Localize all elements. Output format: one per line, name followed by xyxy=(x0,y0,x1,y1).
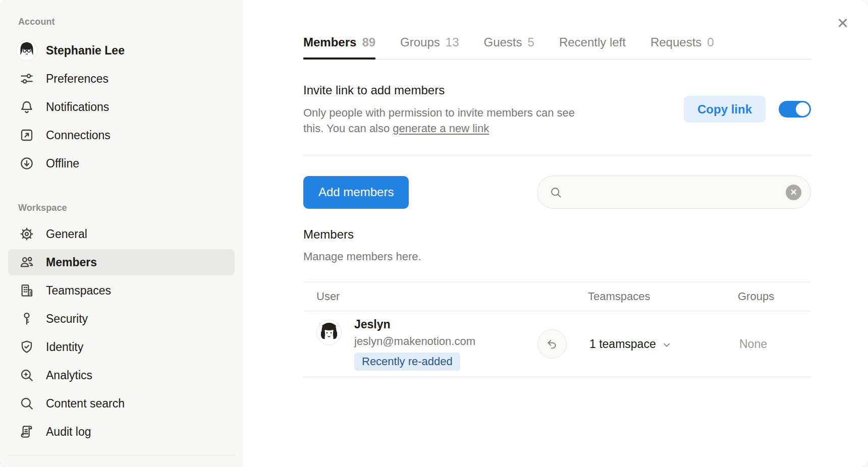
sidebar-item-label: Security xyxy=(46,312,88,326)
sidebar-item-account-user[interactable]: Stephanie Lee xyxy=(8,37,235,64)
tab-label: Groups xyxy=(400,35,440,49)
sidebar-item-teamspaces[interactable]: Teamspaces xyxy=(8,277,235,304)
sidebar-item-members[interactable]: Members xyxy=(8,249,235,275)
recently-readded-badge: Recently re-added xyxy=(354,353,460,371)
people-icon xyxy=(18,254,35,271)
add-members-button[interactable]: Add members xyxy=(303,176,409,209)
tab-requests[interactable]: Requests 0 xyxy=(650,35,714,59)
toggle-knob xyxy=(796,102,809,116)
members-table: User Teamspaces Groups xyxy=(303,282,811,377)
sidebar-item-analytics[interactable]: Analytics xyxy=(8,362,235,388)
user-cell: Jeslyn jeslyn@makenotion.com Recently re… xyxy=(303,318,537,371)
sidebar-item-label: Identity xyxy=(46,340,83,354)
arrow-down-circle-icon xyxy=(18,155,35,172)
tab-count: 13 xyxy=(446,35,459,49)
generate-new-link[interactable]: generate a new link xyxy=(393,122,489,135)
scroll-icon xyxy=(18,423,35,440)
tab-count: 0 xyxy=(707,35,714,49)
sidebar-item-content-search[interactable]: Content search xyxy=(8,390,235,417)
sidebar-item-label: Offline xyxy=(46,157,79,170)
table-header-row: User Teamspaces Groups xyxy=(303,282,811,311)
sidebar-item-label: Analytics xyxy=(46,369,92,382)
member-tabs: Members 89 Groups 13 Guests 5 Recently l… xyxy=(303,35,811,60)
gear-icon xyxy=(18,225,35,243)
settings-dialog: Account Stephanie Lee Preferences xyxy=(0,0,868,467)
table-row: Jeslyn jeslyn@makenotion.com Recently re… xyxy=(303,311,811,377)
tab-recently-left[interactable]: Recently left xyxy=(559,35,626,59)
arrow-up-right-square-icon xyxy=(18,127,35,144)
invite-link-description: Only people with permission to invite me… xyxy=(303,105,578,136)
tab-groups[interactable]: Groups 13 xyxy=(400,35,459,59)
tab-label: Requests xyxy=(650,35,701,49)
sidebar-item-general[interactable]: General xyxy=(8,221,235,247)
jeslyn-avatar xyxy=(316,320,342,345)
tab-guests[interactable]: Guests 5 xyxy=(483,35,534,59)
tab-label: Guests xyxy=(483,35,522,49)
sidebar-item-label: Members xyxy=(46,256,97,269)
stephanie-avatar xyxy=(16,40,37,61)
invite-link-toggle[interactable] xyxy=(779,101,811,118)
workspace-section-label: Workspace xyxy=(18,203,243,213)
invite-link-section: Invite link to add members Only people w… xyxy=(303,83,811,136)
chevron-down-icon xyxy=(661,339,672,351)
sidebar-item-notifications[interactable]: Notifications xyxy=(8,94,235,120)
tab-label: Members xyxy=(303,35,356,49)
settings-sidebar: Account Stephanie Lee Preferences xyxy=(0,0,243,467)
action-cell xyxy=(537,329,588,359)
shield-check-icon xyxy=(18,338,35,356)
groups-value: None xyxy=(738,337,811,351)
column-header-groups: Groups xyxy=(738,290,811,303)
sidebar-item-security[interactable]: Security xyxy=(8,306,235,332)
settings-main-panel: ✕ Members 89 Groups 13 Guests 5 Recently… xyxy=(243,0,868,467)
sidebar-bottom-divider xyxy=(8,455,235,455)
bell-icon xyxy=(18,98,35,115)
column-header-teamspaces: Teamspaces xyxy=(588,290,738,303)
tab-count: 5 xyxy=(528,35,534,49)
sidebar-item-label: Content search xyxy=(46,397,125,411)
sidebar-item-identity[interactable]: Identity xyxy=(8,334,235,360)
sliders-icon xyxy=(18,70,35,87)
column-header-user: User xyxy=(303,290,537,303)
invite-link-title: Invite link to add members xyxy=(303,83,578,97)
members-section-title: Members xyxy=(303,227,811,242)
sidebar-user-name: Stephanie Lee xyxy=(46,44,125,57)
undo-icon xyxy=(546,337,559,351)
teamspaces-value: 1 teamspace xyxy=(589,337,656,351)
sidebar-item-offline[interactable]: Offline xyxy=(8,150,235,177)
sidebar-item-label: Connections xyxy=(46,129,111,142)
sidebar-item-preferences[interactable]: Preferences xyxy=(8,66,235,92)
sidebar-item-label: Audit log xyxy=(46,425,91,439)
sidebar-item-label: Notifications xyxy=(46,100,109,114)
undo-button[interactable] xyxy=(537,329,567,359)
sidebar-item-label: General xyxy=(46,227,87,241)
account-section-label: Account xyxy=(18,17,243,27)
sidebar-item-label: Preferences xyxy=(46,72,108,86)
section-divider xyxy=(303,155,811,155)
members-section-subtitle: Manage members here. xyxy=(303,250,811,263)
member-email: jeslyn@makenotion.com xyxy=(354,335,475,348)
tab-label: Recently left xyxy=(559,35,626,49)
key-icon xyxy=(18,310,35,327)
sidebar-item-audit-log[interactable]: Audit log xyxy=(8,419,235,445)
tab-members[interactable]: Members 89 xyxy=(303,35,375,59)
sidebar-item-connections[interactable]: Connections xyxy=(8,122,235,148)
member-name: Jeslyn xyxy=(354,318,475,331)
search-icon xyxy=(549,186,563,199)
tab-count: 89 xyxy=(362,35,375,49)
magnifier-icon xyxy=(18,395,35,412)
member-search[interactable]: ✕ xyxy=(537,176,811,209)
sidebar-item-label: Teamspaces xyxy=(46,284,111,298)
clear-search-button[interactable]: ✕ xyxy=(786,185,801,200)
members-actions-row: Add members ✕ xyxy=(303,176,811,209)
building-icon xyxy=(18,282,35,299)
copy-link-button[interactable]: Copy link xyxy=(684,96,766,123)
magnifier-star-icon xyxy=(18,367,35,384)
teamspaces-dropdown[interactable]: 1 teamspace xyxy=(588,337,738,351)
close-button[interactable]: ✕ xyxy=(833,13,853,33)
search-input[interactable] xyxy=(569,186,780,199)
